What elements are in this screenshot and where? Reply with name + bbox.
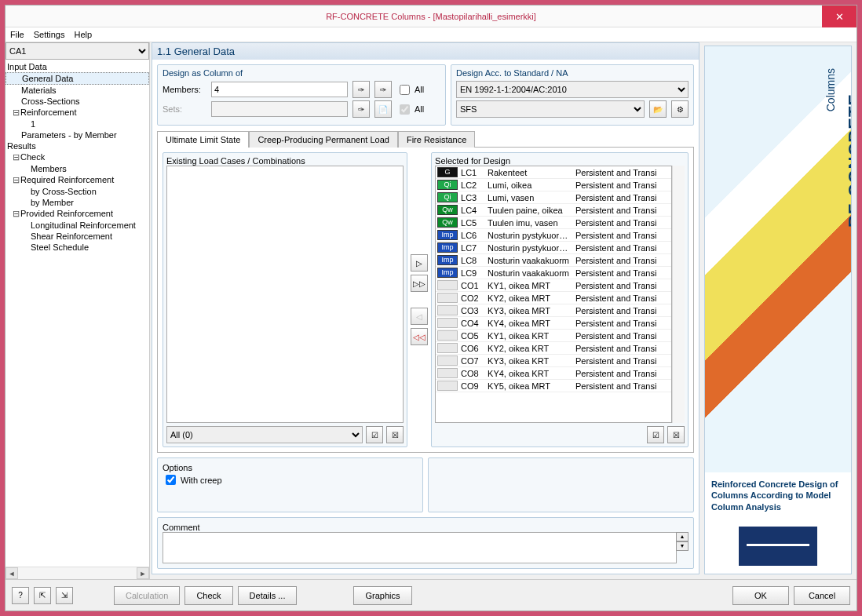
table-row[interactable]: CO2KY2, oikea MRTPersistent and Transi — [436, 292, 671, 304]
tree-prov-shear[interactable]: Shear Reinforcement — [5, 231, 149, 242]
import-icon[interactable]: ⇱ — [34, 587, 51, 604]
calculation-button[interactable]: Calculation — [114, 586, 180, 605]
table-row[interactable]: QwLC5Tuulen imu, vasenPersistent and Tra… — [436, 217, 671, 229]
loadcase-id: LC2 — [461, 180, 488, 190]
graphics-button[interactable]: Graphics — [353, 586, 411, 605]
table-row[interactable]: GLC1RakenteetPersistent and Transi — [436, 166, 671, 179]
tree-materials[interactable]: Materials — [5, 85, 149, 96]
loadcase-id: CO5 — [461, 331, 488, 341]
move-right-icon[interactable]: ▷ — [411, 254, 428, 272]
loadcase-tag — [437, 330, 458, 341]
ok-button[interactable]: OK — [732, 586, 789, 605]
selected-clear-icon[interactable]: ☒ — [667, 426, 685, 443]
table-row[interactable]: CO1KY1, oikea MRTPersistent and Transi — [436, 279, 671, 292]
help-icon[interactable]: ? — [12, 587, 29, 604]
menu-file[interactable]: File — [10, 30, 24, 39]
loadcase-situation: Persistent and Transi — [575, 180, 670, 190]
move-left-icon[interactable]: ◁ — [411, 308, 428, 325]
tree-input-data[interactable]: Input Data — [5, 61, 149, 72]
loadcase-id: CO9 — [461, 381, 488, 391]
table-row[interactable]: ImpLC9Nosturin vaakakuormPersistent and … — [436, 267, 671, 279]
pick-members-list-icon[interactable]: ✑ — [374, 81, 392, 98]
members-input[interactable] — [211, 82, 348, 97]
na-settings-icon[interactable]: ⚙ — [671, 100, 689, 118]
loadcase-name: Tuulen imu, vasen — [488, 218, 575, 228]
case-selector[interactable]: CA1 — [5, 42, 149, 60]
table-row[interactable]: ImpLC6Nosturin pystykuorma,Persistent an… — [436, 229, 671, 242]
tree-check-members[interactable]: Members — [5, 163, 149, 174]
tree-reinforcement-1[interactable]: 1 — [5, 118, 149, 129]
comment-textarea[interactable] — [163, 532, 677, 563]
table-row[interactable]: QiLC2Lumi, oikeaPersistent and Transi — [436, 179, 671, 191]
members-label: Members: — [163, 85, 206, 94]
cancel-button[interactable]: Cancel — [794, 586, 850, 605]
table-row[interactable]: ImpLC7Nosturin pystykuorma,Persistent an… — [436, 242, 671, 254]
existing-filter[interactable]: All (0) — [166, 426, 363, 443]
existing-list[interactable] — [166, 166, 404, 423]
tree-prov-long[interactable]: Longitudinal Reinforcement — [5, 220, 149, 231]
table-row[interactable]: CO5KY1, oikea KRTPersistent and Transi — [436, 330, 671, 342]
sets-all-check[interactable]: All — [396, 102, 440, 117]
export-icon[interactable]: ⇲ — [56, 587, 73, 604]
pick-sets-icon[interactable]: ✑ — [352, 100, 370, 118]
tree-req-member[interactable]: by Member — [5, 197, 149, 208]
loadcase-tag: Qw — [437, 205, 458, 215]
na-open-icon[interactable]: 📂 — [649, 100, 667, 118]
selected-list[interactable]: GLC1RakenteetPersistent and TransiQiLC2L… — [435, 166, 672, 423]
loadcase-name: KY2, oikea MRT — [488, 293, 575, 303]
tab-fire[interactable]: Fire Resistance — [398, 131, 475, 148]
loadcase-situation: Persistent and Transi — [575, 331, 670, 341]
existing-apply-icon[interactable]: ☑ — [366, 426, 383, 443]
pick-members-icon[interactable]: ✑ — [352, 81, 370, 98]
tab-creep[interactable]: Creep-Producing Permanent Load — [249, 131, 398, 148]
comment-title: Comment — [163, 523, 689, 532]
close-button[interactable]: ✕ — [822, 5, 857, 27]
tree-results[interactable]: Results — [5, 140, 149, 151]
loadcase-id: LC7 — [461, 243, 488, 253]
nav-tree[interactable]: Input Data General Data Materials Cross-… — [5, 60, 149, 567]
tree-reinforcement[interactable]: ⊟Reinforcement — [5, 107, 149, 118]
tree-required-reinf[interactable]: ⊟Required Reinforcement — [5, 174, 149, 186]
loadcase-name: KY5, oikea MRT — [488, 381, 575, 391]
tree-general-data[interactable]: General Data — [5, 72, 149, 85]
move-all-right-icon[interactable]: ▷▷ — [411, 275, 428, 292]
tree-provided-reinf[interactable]: ⊟Provided Reinforcement — [5, 208, 149, 220]
table-row[interactable]: CO9KY5, oikea MRTPersistent and Transi — [436, 380, 671, 392]
existing-clear-icon[interactable]: ☒ — [386, 426, 404, 443]
selected-apply-icon[interactable]: ☑ — [647, 426, 664, 443]
tree-hscroll[interactable]: ◄► — [5, 567, 149, 579]
members-all-check[interactable]: All — [396, 82, 440, 97]
standard-select[interactable]: EN 1992-1-1:2004/AC:2010 — [456, 81, 689, 98]
menu-help[interactable]: Help — [74, 30, 92, 39]
tree-req-cs[interactable]: by Cross-Section — [5, 186, 149, 197]
menu-settings[interactable]: Settings — [34, 30, 65, 39]
check-button[interactable]: Check — [184, 586, 232, 605]
with-creep-check[interactable]: With creep — [163, 472, 418, 487]
selected-scroll[interactable] — [672, 166, 685, 423]
table-row[interactable]: QiLC3Lumi, vasenPersistent and Transi — [436, 191, 671, 204]
details-button[interactable]: Details ... — [238, 586, 298, 605]
table-row[interactable]: CO3KY3, oikea MRTPersistent and Transi — [436, 304, 671, 317]
table-row[interactable]: CO8KY4, oikea KRTPersistent and Transi — [436, 367, 671, 380]
loadcase-id: CO8 — [461, 369, 488, 378]
table-row[interactable]: QwLC4Tuulen paine, oikeaPersistent and T… — [436, 204, 671, 217]
tab-uls[interactable]: Ultimate Limit State — [157, 131, 249, 148]
table-row[interactable]: CO6KY2, oikea KRTPersistent and Transi — [436, 342, 671, 355]
tree-cross-sections[interactable]: Cross-Sections — [5, 96, 149, 107]
tree-parameters[interactable]: Parameters - by Member — [5, 129, 149, 140]
table-row[interactable]: CO4KY4, oikea MRTPersistent and Transi — [436, 317, 671, 330]
group-existing: Existing Load Cases / Combinations All (… — [163, 152, 407, 447]
tree-check[interactable]: ⊟Check — [5, 151, 149, 163]
tree-prov-steel[interactable]: Steel Schedule — [5, 242, 149, 253]
options-title: Options — [163, 463, 418, 472]
na-select[interactable]: SFS — [456, 100, 645, 118]
table-row[interactable]: CO7KY3, oikea KRTPersistent and Transi — [436, 355, 671, 367]
loadcase-tag — [437, 355, 458, 366]
loadcase-situation: Persistent and Transi — [575, 268, 670, 278]
loadcase-situation: Persistent and Transi — [575, 306, 670, 315]
loadcase-id: LC9 — [461, 268, 488, 278]
new-set-icon[interactable]: 📄 — [374, 100, 392, 118]
comment-spinner[interactable]: ▲▼ — [676, 532, 689, 563]
move-all-left-icon[interactable]: ◁◁ — [411, 328, 428, 345]
table-row[interactable]: ImpLC8Nosturin vaakakuormPersistent and … — [436, 254, 671, 267]
